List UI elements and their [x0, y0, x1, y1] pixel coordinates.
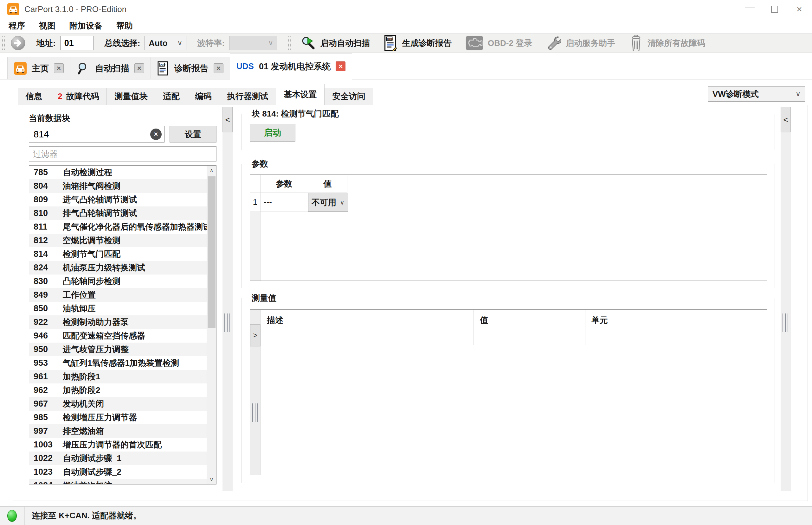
wrench-icon [546, 35, 561, 51]
list-item[interactable]: 1024 燃油首次加注 [29, 479, 207, 484]
obd-document-icon: OBD [157, 61, 169, 76]
diagnostic-mode-combo[interactable]: VW诊断模式∨ [708, 87, 805, 102]
list-item[interactable]: 849 工作位置 [29, 288, 207, 302]
scroll-up-icon[interactable]: ∧ [207, 166, 216, 175]
measured-values-title: 测量值 [249, 292, 279, 304]
parameters-group-title: 参数 [249, 158, 271, 169]
tab-uds-engine[interactable]: UDS 01 发动机电控系统 × [230, 53, 352, 79]
subtab-coding[interactable]: 编码 [187, 88, 219, 105]
title-bar: CarPort 3.1.0 - PRO-Edition — × [0, 0, 812, 18]
chevron-down-icon: ∨ [268, 39, 273, 47]
filter-input[interactable] [29, 146, 216, 162]
subtab-basic-settings[interactable]: 基本设置 [276, 84, 324, 105]
collapse-right-button[interactable]: < [781, 107, 791, 132]
list-item[interactable]: 1003 增压压力调节器的首次匹配 [29, 438, 207, 452]
list-item[interactable]: 922 检测制动助力器泵 [29, 315, 207, 329]
column-divider [474, 310, 474, 345]
menu-addons[interactable]: 附加设备 [69, 20, 102, 31]
list-item[interactable]: 1022 自动测试步骤_1 [29, 452, 207, 465]
description-column-header: 描述 [261, 310, 474, 331]
splitter-grip[interactable] [783, 314, 789, 332]
list-item[interactable]: 811 尾气催化净化器后的氧传感器加热器测试 [29, 220, 207, 234]
subtab-security-access[interactable]: 安全访问 [324, 88, 373, 105]
close-tab-icon[interactable]: × [54, 63, 64, 73]
toolbar-gripper[interactable] [2, 36, 5, 50]
list-item[interactable]: 953 气缸列1氧传感器1加热装置检测 [29, 356, 207, 370]
obd2-login-button: OBD-2 登录 [459, 34, 539, 52]
close-tab-icon[interactable]: × [214, 63, 223, 73]
statusbar-divider [254, 507, 254, 525]
value-column-header: 值 [308, 175, 347, 193]
list-item[interactable]: 809 进气凸轮轴调节测试 [29, 193, 207, 207]
collapse-left-button[interactable]: < [222, 107, 233, 132]
list-item[interactable]: 830 凸轮轴同步检测 [29, 274, 207, 288]
car-app-icon [7, 3, 19, 15]
list-item[interactable]: 785 自动检测过程 [29, 166, 207, 179]
subtab-info[interactable]: 信息 [18, 88, 50, 105]
list-item[interactable]: 1023 自动测试步骤_2 [29, 465, 207, 479]
splitter-grip[interactable] [252, 403, 259, 422]
list-item[interactable]: 810 排气凸轮轴调节测试 [29, 207, 207, 220]
measured-values-groupbox: 测量值 > 描述 值 单元 [241, 292, 775, 483]
scroll-down-icon[interactable]: ∨ [207, 475, 216, 484]
list-item[interactable]: 985 检测增压压力调节器 [29, 411, 207, 424]
go-arrow-button[interactable] [11, 35, 26, 51]
list-item[interactable]: 804 油箱排气阀检测 [29, 179, 207, 193]
list-item[interactable]: 814 检测节气门匹配 [29, 247, 207, 261]
menu-help[interactable]: 帮助 [116, 20, 133, 31]
list-item[interactable]: 967 发动机关闭 [29, 397, 207, 411]
param-value-combo[interactable]: 不可用 ∨ [308, 193, 348, 212]
list-item[interactable]: 850 油轨卸压 [29, 302, 207, 315]
close-tab-icon[interactable]: × [134, 63, 144, 73]
uds-link[interactable]: UDS [236, 61, 254, 71]
tab-autoscan[interactable]: 自动扫描 × [70, 57, 151, 79]
scrollbar-thumb[interactable] [207, 176, 216, 328]
maximize-button[interactable] [762, 0, 787, 18]
list-item[interactable]: 997 排空燃油箱 [29, 424, 207, 438]
chevron-down-icon: ∨ [796, 90, 801, 98]
scrollbar[interactable]: ∧ ∨ [207, 166, 216, 484]
block-number-input[interactable] [29, 129, 150, 140]
clear-input-icon[interactable]: × [150, 129, 162, 140]
subtab-adaptation[interactable]: 适配 [155, 88, 187, 105]
baud-combo: ∨ [229, 36, 277, 50]
check-engine-icon [466, 36, 483, 50]
document-tab-bar: 主页 × 自动扫描 × OBD 诊断报告 × UDS 01 [0, 53, 812, 79]
list-item[interactable]: 962 加热阶段2 [29, 384, 207, 397]
close-button[interactable]: × [787, 0, 812, 18]
column-divider [585, 310, 585, 345]
start-autoscan-button[interactable]: 启动自动扫描 [294, 34, 377, 52]
list-item[interactable]: 946 匹配变速箱空挡传感器 [29, 329, 207, 343]
connection-led-icon [7, 510, 17, 522]
generate-report-button[interactable]: OBD 生成诊断报告 [377, 34, 459, 52]
menu-program[interactable]: 程序 [9, 20, 25, 31]
tab-label: 01 发动机电控系统 [259, 61, 331, 72]
subtab-actuator-test[interactable]: 执行器测试 [219, 88, 276, 105]
minimize-button[interactable]: — [738, 0, 762, 18]
list-item[interactable]: 961 加热阶段1 [29, 370, 207, 384]
row-selector-icon[interactable]: > [250, 324, 261, 346]
bus-select-combo[interactable]: Auto∨ [145, 36, 186, 50]
obd-document-icon: OBD [384, 35, 398, 51]
subtab-measure-blocks[interactable]: 测量值块 [106, 88, 155, 105]
tab-home[interactable]: 主页 × [7, 57, 70, 79]
basic-settings-page: 当前数据块 × 设置 785 自动检测过程 804 油箱排气阀检测 809 进气… [13, 105, 808, 501]
start-button[interactable]: 启动 [250, 124, 295, 141]
address-input[interactable] [60, 36, 94, 50]
menu-view[interactable]: 视图 [39, 20, 56, 31]
tab-label: 自动扫描 [95, 63, 129, 74]
chevron-down-icon: ∨ [340, 198, 345, 206]
unit-column-header: 单元 [585, 310, 712, 331]
toolbar-separator [288, 36, 291, 50]
toolbar: 地址: 总线选择: Auto∨ 波特率: ∨ 启动自动扫描 OBD [0, 33, 812, 53]
close-tab-icon[interactable]: × [336, 61, 346, 71]
set-button[interactable]: 设置 [170, 126, 216, 142]
list-item[interactable]: 824 机油泵压力级转换测试 [29, 261, 207, 274]
subtab-fault-codes[interactable]: 2 故障代码 [50, 88, 107, 105]
measured-values-table: > 描述 值 单元 [250, 309, 767, 475]
tab-report[interactable]: OBD 诊断报告 × [150, 57, 230, 79]
splitter-grip[interactable] [224, 314, 231, 332]
list-item[interactable]: 812 空燃比调节检测 [29, 234, 207, 247]
list-item[interactable]: 950 进气歧管压力调整 [29, 343, 207, 356]
window-controls: — × [738, 0, 812, 18]
